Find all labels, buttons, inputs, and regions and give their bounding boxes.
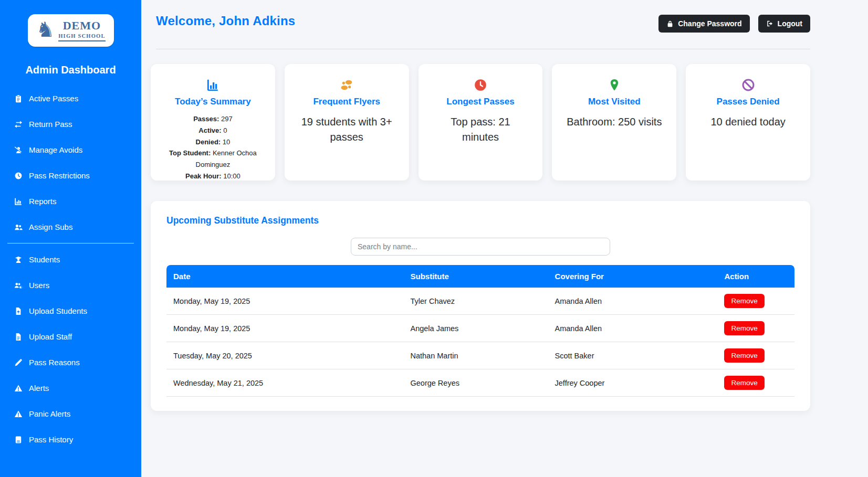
sidebar-item-active-passes[interactable]: Active Passes <box>0 86 141 111</box>
card-title: Longest Passes <box>427 97 535 107</box>
file-upload-icon <box>14 306 23 315</box>
stat-peak-hour: Peak Hour: 10:00 <box>159 171 267 182</box>
cell-substitute: Angela James <box>405 315 549 342</box>
sidebar-item-pass-reasons[interactable]: Pass Reasons <box>0 349 141 375</box>
stat-value: 10:00 <box>223 172 240 180</box>
card-body: 10 denied today <box>694 113 802 130</box>
card-todays-summary: Today’s Summary Passes: 297 Active: 0 De… <box>151 64 275 181</box>
remove-button[interactable]: Remove <box>724 321 764 335</box>
cell-date: Wednesday, May 21, 2025 <box>166 369 405 397</box>
col-header-date: Date <box>166 265 405 288</box>
sidebar-item-label: Users <box>29 281 49 290</box>
stat-label: Peak Hour: <box>185 172 222 180</box>
sign-out-icon <box>766 20 773 27</box>
sidebar-item-label: Manage Avoids <box>29 145 82 154</box>
stat-active: Active: 0 <box>159 125 267 136</box>
logo-demo-text: DEMO <box>63 20 101 31</box>
stat-value: 297 <box>221 115 233 123</box>
cell-date: Tuesday, May 20, 2025 <box>166 342 405 369</box>
cell-covering-for: Jeffrey Cooper <box>550 369 719 397</box>
sidebar-nav: Active Passes Return Pass Manage Avoids … <box>0 86 141 452</box>
clock-icon <box>427 78 535 92</box>
stat-label: Passes: <box>193 115 219 123</box>
sidebar-item-pass-restrictions[interactable]: Pass Restrictions <box>0 163 141 188</box>
logo-underline <box>58 40 105 41</box>
sidebar-item-manage-avoids[interactable]: Manage Avoids <box>0 137 141 163</box>
warning-icon <box>14 409 23 418</box>
cell-action: Remove <box>719 342 794 369</box>
footprints-icon <box>293 78 401 92</box>
assignments-title: Upcoming Substitute Assignments <box>166 215 794 226</box>
clock-icon <box>14 171 23 180</box>
card-title: Today’s Summary <box>159 97 267 107</box>
card-title: Passes Denied <box>694 97 802 107</box>
sidebar-item-assign-subs[interactable]: Assign Subs <box>0 214 141 240</box>
cell-substitute: Tyler Chavez <box>405 288 549 315</box>
sidebar-item-upload-staff[interactable]: Upload Staff <box>0 324 141 349</box>
cell-date: Monday, May 19, 2025 <box>166 288 405 315</box>
school-logo: ♞ DEMO HIGH SCHOOL <box>28 14 114 47</box>
stat-value: 10 <box>223 138 230 146</box>
sidebar: ♞ DEMO HIGH SCHOOL Admin Dashboard Activ… <box>0 0 141 477</box>
col-header-substitute: Substitute <box>405 265 549 288</box>
remove-button[interactable]: Remove <box>724 348 764 363</box>
change-password-button[interactable]: Change Password <box>658 15 749 33</box>
sidebar-item-students[interactable]: Students <box>0 247 141 272</box>
sidebar-item-alerts[interactable]: Alerts <box>0 375 141 401</box>
sidebar-item-upload-students[interactable]: Upload Students <box>0 298 141 324</box>
stat-label: Active: <box>198 126 221 134</box>
sidebar-item-pass-history[interactable]: Pass History <box>0 427 141 452</box>
cell-covering-for: Amanda Allen <box>550 315 719 342</box>
app-root: ♞ DEMO HIGH SCHOOL Admin Dashboard Activ… <box>0 0 868 477</box>
card-longest-passes: Longest Passes Top pass: 21 minutes <box>419 64 543 181</box>
sidebar-item-return-pass[interactable]: Return Pass <box>0 111 141 137</box>
logo-highschool-text: HIGH SCHOOL <box>58 33 105 39</box>
card-body: 19 students with 3+ passes <box>293 113 401 145</box>
user-slash-icon <box>14 145 23 154</box>
table-row: Tuesday, May 20, 2025 Nathan Martin Scot… <box>166 342 794 369</box>
student-icon <box>14 255 23 264</box>
users-icon <box>14 222 23 231</box>
remove-button[interactable]: Remove <box>724 294 764 308</box>
stat-label: Top Student: <box>169 149 211 157</box>
sidebar-item-label: Panic Alerts <box>29 409 70 418</box>
file-lines-icon <box>14 332 23 341</box>
table-row: Monday, May 19, 2025 Angela James Amanda… <box>166 315 794 342</box>
stat-label: Denied: <box>196 138 221 146</box>
col-header-action: Action <box>719 265 794 288</box>
sidebar-item-reports[interactable]: Reports <box>0 188 141 214</box>
header-actions: Change Password Logout <box>658 15 810 33</box>
cell-covering-for: Amanda Allen <box>550 288 719 315</box>
col-header-covering-for: Covering For <box>550 265 719 288</box>
cell-action: Remove <box>719 315 794 342</box>
logout-button[interactable]: Logout <box>758 15 810 33</box>
header-divider <box>156 49 810 49</box>
main-header: Welcome, John Adkins Change Password Log… <box>151 14 810 33</box>
bar-chart-icon <box>159 78 267 92</box>
card-title: Most Visited <box>560 97 668 107</box>
search-input[interactable] <box>351 238 610 256</box>
ban-icon <box>694 78 802 92</box>
stat-passes: Passes: 297 <box>159 113 267 125</box>
lock-icon <box>666 20 674 27</box>
book-icon <box>14 435 23 444</box>
sidebar-item-users[interactable]: Users <box>0 272 141 298</box>
sidebar-item-panic-alerts[interactable]: Panic Alerts <box>0 401 141 427</box>
sidebar-item-label: Upload Staff <box>29 332 72 341</box>
card-body: Bathroom: 250 visits <box>560 113 668 130</box>
remove-button[interactable]: Remove <box>724 376 764 390</box>
sidebar-item-label: Pass Restrictions <box>29 171 90 180</box>
stat-value: 0 <box>223 126 227 134</box>
card-frequent-flyers: Frequent Flyers 19 students with 3+ pass… <box>285 64 409 181</box>
card-most-visited: Most Visited Bathroom: 250 visits <box>552 64 676 181</box>
bar-chart-icon <box>14 197 23 206</box>
clipboard-icon <box>14 94 23 103</box>
logo-text: DEMO HIGH SCHOOL <box>58 20 105 41</box>
logout-label: Logout <box>778 19 802 28</box>
assignments-table: Date Substitute Covering For Action Mond… <box>166 265 794 397</box>
stat-top-student: Top Student: Kenner Ochoa Dominguez <box>159 147 267 171</box>
sidebar-divider <box>7 243 134 243</box>
cell-action: Remove <box>719 288 794 315</box>
change-password-label: Change Password <box>678 19 741 28</box>
sidebar-item-label: Return Pass <box>29 120 72 129</box>
